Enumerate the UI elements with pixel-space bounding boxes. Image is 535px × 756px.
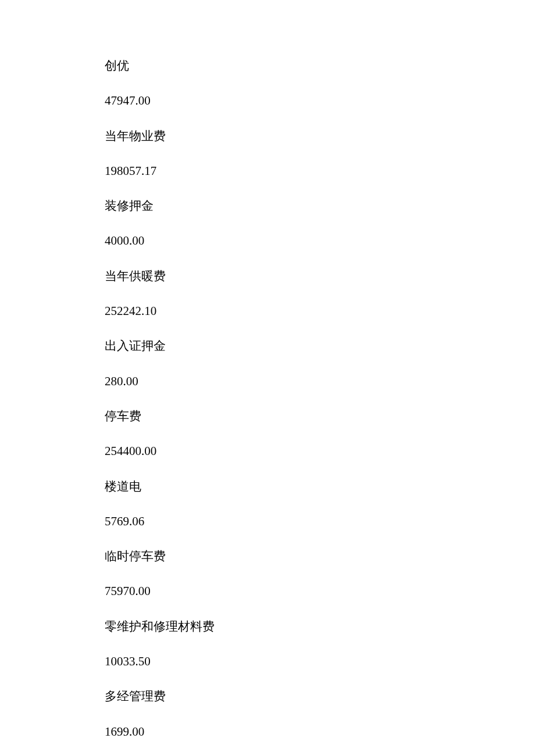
item-value: 10033.50 — [105, 654, 535, 669]
item-label: 零维护和修理材料费 — [105, 619, 535, 635]
item-value: 198057.17 — [105, 163, 535, 179]
item-value: 5769.06 — [105, 514, 535, 529]
item-value: 252242.10 — [105, 303, 535, 319]
item-value: 47947.00 — [105, 93, 535, 109]
item-value: 1699.00 — [105, 724, 535, 740]
item-label: 临时停车费 — [105, 549, 535, 564]
item-label: 创优 — [105, 58, 535, 74]
item-label: 出入证押金 — [105, 338, 535, 354]
item-value: 75970.00 — [105, 583, 535, 599]
item-label: 楼道电 — [105, 479, 535, 495]
item-value: 4000.00 — [105, 233, 535, 249]
item-label: 当年物业费 — [105, 128, 535, 144]
item-value: 254400.00 — [105, 443, 535, 459]
item-label: 多经管理费 — [105, 689, 535, 704]
item-value: 280.00 — [105, 374, 535, 389]
item-label: 停车费 — [105, 409, 535, 424]
item-label: 装修押金 — [105, 198, 535, 214]
item-label: 当年供暖费 — [105, 268, 535, 284]
